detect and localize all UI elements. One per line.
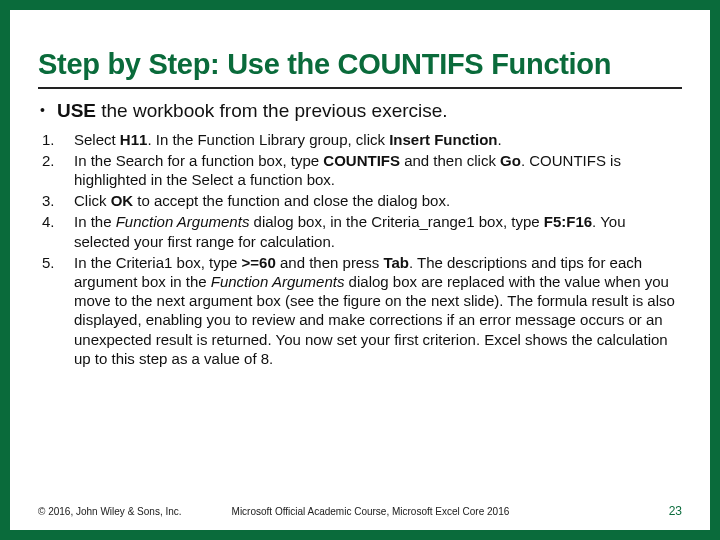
step-body: Select H11. In the Function Library grou…	[74, 130, 678, 149]
step-item: 2.In the Search for a function box, type…	[42, 151, 678, 189]
step-body: In the Search for a function box, type C…	[74, 151, 678, 189]
step-item: 4.In the Function Arguments dialog box, …	[42, 212, 678, 250]
step-body: In the Function Arguments dialog box, in…	[74, 212, 678, 250]
slide-title: Step by Step: Use the COUNTIFS Function	[38, 48, 682, 81]
step-body: Click OK to accept the function and clos…	[74, 191, 678, 210]
step-number: 5.	[42, 253, 74, 272]
step-item: 1.Select H11. In the Function Library gr…	[42, 130, 678, 149]
slide: Step by Step: Use the COUNTIFS Function …	[0, 0, 720, 540]
lead-text: USE the workbook from the previous exerc…	[57, 99, 448, 123]
footer-page-number: 23	[669, 504, 682, 518]
lead-bullet: • USE the workbook from the previous exe…	[40, 99, 682, 123]
bullet-dot: •	[40, 103, 45, 117]
step-number: 2.	[42, 151, 74, 170]
slide-content: • USE the workbook from the previous exe…	[38, 99, 682, 368]
step-number: 4.	[42, 212, 74, 231]
steps-list: 1.Select H11. In the Function Library gr…	[38, 130, 682, 368]
step-body: In the Criteria1 box, type >=60 and then…	[74, 253, 678, 368]
step-number: 1.	[42, 130, 74, 149]
step-item: 5.In the Criteria1 box, type >=60 and th…	[42, 253, 678, 368]
step-number: 3.	[42, 191, 74, 210]
footer-copyright: © 2016, John Wiley & Sons, Inc.	[38, 506, 232, 517]
title-rule	[38, 87, 682, 89]
footer-course: Microsoft Official Academic Course, Micr…	[232, 506, 669, 517]
footer: © 2016, John Wiley & Sons, Inc. Microsof…	[38, 504, 682, 518]
step-item: 3.Click OK to accept the function and cl…	[42, 191, 678, 210]
